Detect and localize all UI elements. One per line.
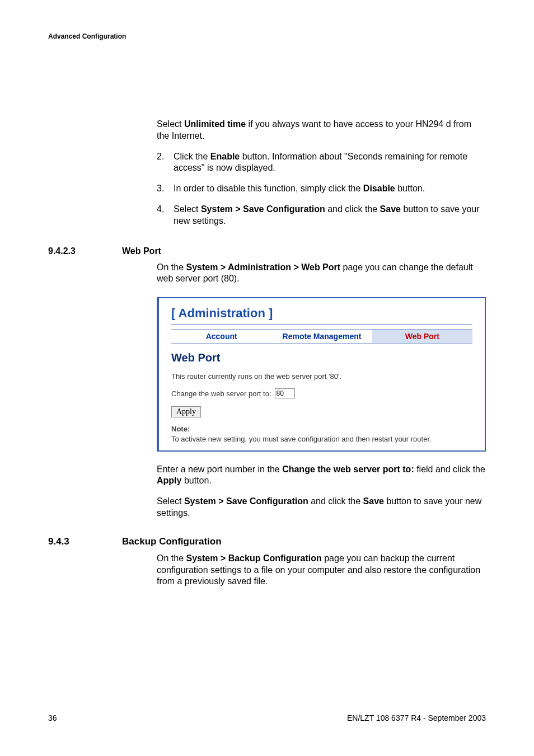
step-2: 2. Click the Enable button. Information … — [157, 151, 486, 175]
bold-enable: Enable — [210, 152, 240, 161]
apply-button[interactable]: Apply — [171, 406, 201, 417]
port-input[interactable] — [275, 388, 295, 398]
text: button. — [395, 184, 425, 193]
doc-id: EN/LZT 108 6377 R4 - September 2003 — [347, 713, 486, 722]
router-admin-screenshot: [ Administration ] Account Remote Manage… — [157, 297, 486, 451]
bold-save: Save — [363, 496, 384, 506]
text: button. — [181, 476, 211, 485]
text: and click the — [325, 204, 380, 214]
tab-web-port[interactable]: Web Port — [372, 329, 472, 344]
section-title-backup-configuration: Backup Configuration — [122, 536, 222, 547]
section-body-backup: On the System > Backup Configuration pag… — [157, 553, 486, 588]
step-number: 4. — [157, 204, 164, 215]
note-text: To activate new setting, you must save c… — [171, 435, 432, 443]
bold-save: Save — [380, 204, 401, 214]
tab-account[interactable]: Account — [171, 329, 271, 344]
step-number: 2. — [157, 151, 164, 163]
bold-apply: Apply — [157, 476, 181, 485]
after-screenshot-p2: Select System > Save Configuration and c… — [157, 496, 486, 519]
bold-path: System > Save Configuration — [201, 204, 325, 214]
intro-paragraph: Select Unlimited time if you always want… — [157, 119, 486, 142]
section-body: On the System > Administration > Web Por… — [157, 262, 486, 285]
after-screenshot-p1: Enter a new port number in the Change th… — [157, 464, 486, 487]
text: Select — [157, 496, 184, 506]
bold-field: Change the web server port to: — [282, 464, 414, 474]
change-port-label: Change the web server port to: — [171, 389, 271, 398]
section-number-9-4-3: 9.4.3 — [48, 536, 122, 547]
text: Select — [157, 119, 184, 129]
text: On the — [157, 553, 186, 563]
text: Select — [174, 204, 201, 214]
tabs-row: Account Remote Management Web Port — [171, 329, 472, 344]
step-3: 3. In order to disable this function, si… — [157, 183, 486, 195]
tab-remote-management[interactable]: Remote Management — [271, 329, 372, 344]
text: Click the — [174, 152, 210, 161]
step-4: 4. Select System > Save Configuration an… — [157, 204, 486, 227]
text: field and click the — [414, 464, 485, 474]
note-label: Note: — [171, 425, 190, 433]
text: and click the — [308, 496, 363, 506]
bold-path: System > Backup Configuration — [186, 553, 321, 563]
admin-heading: [ Administration ] — [171, 306, 472, 325]
bold-path: System > Save Configuration — [184, 496, 308, 506]
page-number: 36 — [48, 713, 57, 722]
section-title-web-port: Web Port — [122, 246, 161, 256]
bold-unlimited: Unlimited time — [184, 119, 246, 129]
panel-subheading: Web Port — [171, 351, 472, 364]
running-header: Advanced Configuration — [48, 32, 486, 40]
step-number: 3. — [157, 183, 164, 195]
current-port-text: This router currently runs on the web se… — [171, 372, 472, 381]
section-number-9-4-2-3: 9.4.2.3 — [48, 246, 122, 256]
text: On the — [157, 262, 186, 272]
bold-disable: Disable — [363, 184, 395, 193]
bold-path: System > Administration > Web Port — [186, 262, 340, 272]
text: Enter a new port number in the — [157, 464, 282, 474]
text: In order to disable this function, simpl… — [174, 184, 363, 193]
note-block: Note: To activate new setting, you must … — [171, 424, 472, 444]
